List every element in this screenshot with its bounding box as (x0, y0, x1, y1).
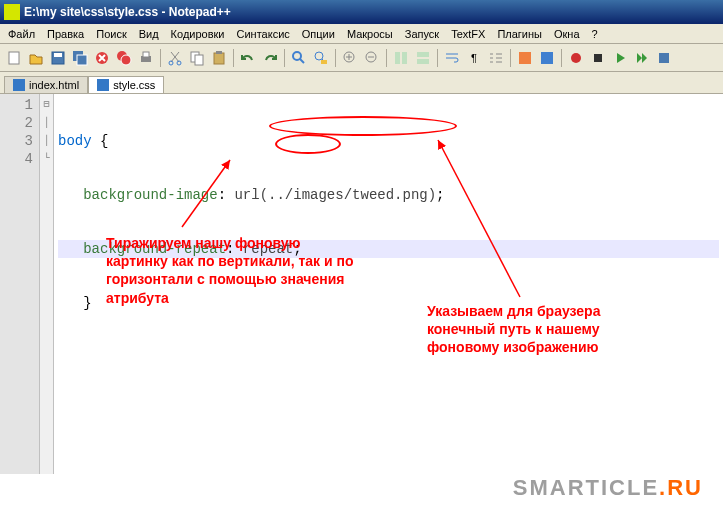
menu-search[interactable]: Поиск (90, 26, 132, 42)
tab-bar: index.html style.css (0, 72, 723, 94)
print-icon[interactable] (136, 48, 156, 68)
menu-syntax[interactable]: Синтаксис (231, 26, 296, 42)
zoom-in-icon[interactable] (340, 48, 360, 68)
stop-icon[interactable] (588, 48, 608, 68)
svg-rect-29 (659, 53, 669, 63)
svg-rect-18 (321, 60, 327, 64)
annotation-oval (269, 116, 457, 136)
tab-style-css[interactable]: style.css (88, 76, 164, 93)
svg-point-27 (571, 53, 581, 63)
menu-textfx[interactable]: TextFX (445, 26, 491, 42)
code-value: url(../images/tweed.png) (234, 187, 436, 203)
svg-line-31 (438, 140, 520, 297)
svg-rect-0 (9, 52, 19, 64)
toolbar: ¶ (0, 44, 723, 72)
annotation-text: Указываем для браузера конечный путь к н… (427, 302, 637, 357)
line-numbers: 1 2 3 4 (0, 94, 40, 474)
annotation-oval (275, 134, 341, 154)
find-icon[interactable] (289, 48, 309, 68)
line-num: 3 (0, 132, 33, 150)
lang-icon[interactable] (515, 48, 535, 68)
redo-icon[interactable] (260, 48, 280, 68)
title-bar: E:\my site\css\style.css - Notepad++ (0, 0, 723, 24)
save-icon[interactable] (48, 48, 68, 68)
line-num: 4 (0, 150, 33, 168)
save-macro-icon[interactable] (654, 48, 674, 68)
svg-rect-2 (54, 53, 62, 57)
line-num: 2 (0, 114, 33, 132)
line-num: 1 (0, 96, 33, 114)
svg-point-16 (293, 52, 301, 60)
svg-rect-14 (214, 53, 224, 64)
play-multi-icon[interactable] (632, 48, 652, 68)
svg-rect-28 (594, 54, 602, 62)
annotation-text: Тиражируем нашу фоновую картинку как по … (106, 234, 366, 307)
code-brace: } (83, 295, 91, 311)
watermark-part1: SMARTICLE (513, 475, 659, 500)
menu-file[interactable]: Файл (2, 26, 41, 42)
watermark-part2: .RU (659, 475, 703, 500)
svg-point-7 (121, 55, 131, 65)
save-all-icon[interactable] (70, 48, 90, 68)
close-icon[interactable] (92, 48, 112, 68)
menu-bar: Файл Правка Поиск Вид Кодировки Синтакси… (0, 24, 723, 44)
watermark: SMARTICLE.RU (513, 475, 703, 501)
svg-rect-21 (395, 52, 400, 64)
svg-rect-25 (519, 52, 531, 64)
zoom-out-icon[interactable] (362, 48, 382, 68)
tab-index-html[interactable]: index.html (4, 76, 88, 93)
window-title: E:\my site\css\style.css - Notepad++ (24, 5, 231, 19)
annotation-arrow (430, 132, 530, 302)
play-icon[interactable] (610, 48, 630, 68)
menu-view[interactable]: Вид (133, 26, 165, 42)
open-file-icon[interactable] (26, 48, 46, 68)
doc-map-icon[interactable] (537, 48, 557, 68)
fold-minus-icon[interactable]: ⊟ (40, 96, 53, 114)
app-icon (4, 4, 20, 20)
sync-v-icon[interactable] (391, 48, 411, 68)
sync-h-icon[interactable] (413, 48, 433, 68)
annotation-arrow (172, 152, 252, 232)
svg-rect-13 (195, 55, 203, 65)
menu-plugins[interactable]: Плагины (491, 26, 548, 42)
copy-icon[interactable] (187, 48, 207, 68)
show-chars-icon[interactable]: ¶ (464, 48, 484, 68)
undo-icon[interactable] (238, 48, 258, 68)
indent-guide-icon[interactable] (486, 48, 506, 68)
svg-line-30 (182, 160, 230, 227)
paste-icon[interactable] (209, 48, 229, 68)
file-icon (13, 79, 25, 91)
menu-encoding[interactable]: Кодировки (165, 26, 231, 42)
close-all-icon[interactable] (114, 48, 134, 68)
code-selector: body (58, 133, 92, 149)
code-brace: { (92, 133, 109, 149)
svg-rect-15 (216, 51, 222, 54)
svg-rect-4 (77, 55, 87, 65)
new-file-icon[interactable] (4, 48, 24, 68)
menu-macros[interactable]: Макросы (341, 26, 399, 42)
svg-rect-9 (143, 52, 149, 57)
cut-icon[interactable] (165, 48, 185, 68)
menu-options[interactable]: Опции (296, 26, 341, 42)
svg-rect-24 (417, 59, 429, 64)
wrap-icon[interactable] (442, 48, 462, 68)
menu-help[interactable]: ? (586, 26, 604, 42)
svg-point-17 (315, 52, 323, 60)
fold-margin: ⊟ ││└ (40, 94, 54, 474)
menu-run[interactable]: Запуск (399, 26, 445, 42)
menu-edit[interactable]: Правка (41, 26, 90, 42)
svg-rect-22 (402, 52, 407, 64)
record-icon[interactable] (566, 48, 586, 68)
menu-windows[interactable]: Окна (548, 26, 586, 42)
svg-rect-26 (541, 52, 553, 64)
svg-rect-23 (417, 52, 429, 57)
tab-label: index.html (29, 79, 79, 91)
replace-icon[interactable] (311, 48, 331, 68)
tab-label: style.css (113, 79, 155, 91)
file-icon (97, 79, 109, 91)
